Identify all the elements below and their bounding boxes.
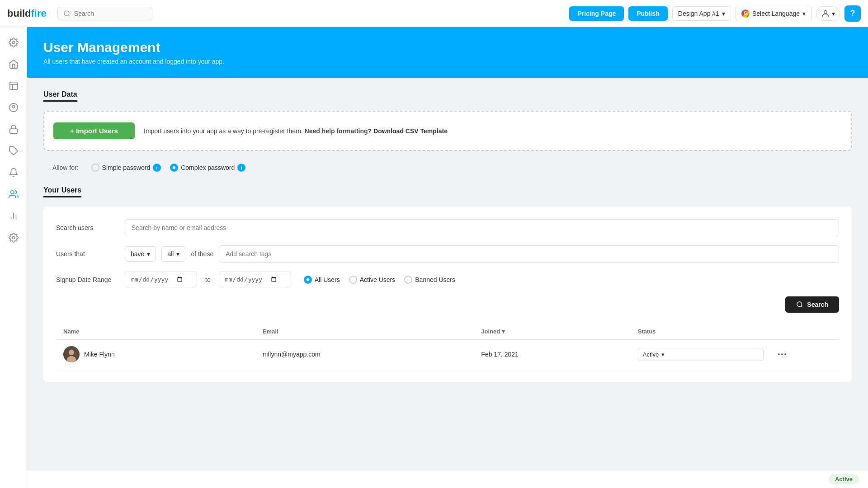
chevron-icon: ›: [21, 236, 23, 240]
user-name: Mike Flynn: [84, 351, 115, 358]
your-users-panel: Search users Users that have ▾ all ▾ of …: [43, 206, 852, 382]
sidebar-item-tags[interactable]: ›: [4, 141, 24, 161]
simple-password-option[interactable]: Simple password i: [91, 164, 161, 172]
help-button[interactable]: ?: [844, 5, 861, 22]
svg-rect-9: [9, 129, 17, 133]
active-users-radio[interactable]: [349, 276, 357, 284]
search-users-input[interactable]: [125, 219, 839, 236]
your-users-section: Your Users Search users Users that have …: [43, 186, 852, 382]
sidebar-item-pages[interactable]: ›: [4, 76, 24, 96]
analytics-icon: [9, 211, 19, 221]
active-users-label: Active Users: [360, 276, 396, 283]
search-box[interactable]: [57, 7, 152, 20]
user-account-button[interactable]: ▾: [816, 6, 840, 21]
select-language-dropdown[interactable]: G Select Language ▾: [736, 6, 811, 21]
date-from-field[interactable]: [131, 276, 184, 283]
banned-users-filter[interactable]: Banned Users: [404, 276, 455, 284]
sidebar-item-security[interactable]: [4, 119, 24, 139]
sidebar-item-home[interactable]: [4, 54, 24, 74]
svg-point-16: [797, 302, 802, 307]
home-icon: [9, 59, 19, 69]
select-language-label: Select Language: [752, 10, 800, 17]
user-filter-group: All Users Active Users Banned Users: [304, 276, 455, 284]
search-icon: [63, 10, 71, 17]
have-value: have: [131, 250, 144, 258]
date-from-input[interactable]: [125, 272, 197, 287]
download-csv-link[interactable]: Download CSV Template: [373, 127, 448, 135]
more-dot-2: [781, 353, 783, 355]
users-that-label: Users that: [56, 250, 119, 258]
user-email: mflynn@myapp.com: [255, 340, 474, 369]
date-to-input[interactable]: [219, 272, 291, 287]
chevron-icon: ›: [21, 171, 23, 175]
svg-point-2: [824, 10, 827, 14]
users-that-row: Users that have ▾ all ▾ of these: [56, 245, 839, 263]
svg-point-11: [10, 191, 14, 194]
search-button[interactable]: Search: [785, 296, 839, 313]
svg-point-7: [9, 103, 17, 112]
pricing-page-button[interactable]: Pricing Page: [569, 6, 624, 21]
content-area: User Data + Import Users Import users in…: [27, 78, 868, 394]
publish-button[interactable]: Publish: [628, 6, 668, 21]
tag-icon: [9, 146, 19, 156]
joined-sort-icon: ▾: [502, 328, 505, 335]
banned-users-label: Banned Users: [415, 276, 455, 283]
sidebar: › › › › › › ›: [0, 27, 27, 488]
chevron-icon: ›: [21, 106, 23, 110]
simple-password-info-icon[interactable]: i: [153, 164, 161, 172]
active-users-filter[interactable]: Active Users: [349, 276, 396, 284]
svg-line-17: [801, 306, 802, 307]
signup-date-row: Signup Date Range to All Users: [56, 272, 839, 287]
user-icon: [821, 9, 830, 18]
import-box: + Import Users Import users into your ap…: [43, 111, 852, 151]
sidebar-item-analytics[interactable]: [4, 206, 24, 226]
more-dot-3: [784, 353, 786, 355]
col-name: Name: [56, 324, 255, 340]
user-name-cell: Mike Flynn: [56, 340, 255, 369]
svg-rect-4: [9, 82, 17, 90]
user-data-section: User Data + Import Users Import users in…: [43, 90, 852, 172]
gear-icon: [9, 38, 19, 47]
complex-password-radio[interactable]: [170, 164, 178, 172]
palette-icon: [9, 103, 19, 113]
design-app-chevron-icon: ▾: [722, 10, 725, 17]
all-users-radio[interactable]: [304, 276, 312, 284]
search-input[interactable]: [74, 10, 146, 17]
user-status-cell: Active ▾: [631, 340, 771, 369]
col-status: Status: [631, 324, 771, 340]
col-joined[interactable]: Joined ▾: [474, 324, 630, 340]
sidebar-item-design[interactable]: ›: [4, 98, 24, 117]
signup-date-label: Signup Date Range: [56, 276, 119, 283]
date-to-field[interactable]: [225, 276, 278, 283]
all-value: all: [167, 250, 174, 258]
sidebar-item-more-settings[interactable]: ›: [4, 228, 24, 248]
have-dropdown[interactable]: have ▾: [125, 246, 156, 262]
user-data-title: User Data: [43, 90, 77, 102]
all-chevron-icon: ▾: [176, 250, 179, 258]
all-dropdown[interactable]: all ▾: [161, 246, 185, 262]
complex-password-info-icon[interactable]: i: [237, 164, 245, 172]
user-status-dropdown[interactable]: Active ▾: [638, 348, 764, 361]
chevron-icon: ›: [21, 149, 23, 153]
logo-build: build: [7, 8, 31, 19]
complex-password-option[interactable]: Complex password i: [170, 164, 245, 172]
search-tags-input[interactable]: [219, 245, 839, 263]
logo[interactable]: buildfire: [7, 8, 47, 19]
simple-password-radio[interactable]: [91, 164, 99, 172]
users-icon: [9, 189, 19, 199]
table-body: Mike Flynn mflynn@myapp.com Feb 17, 2021…: [56, 340, 839, 369]
your-users-title: Your Users: [43, 186, 81, 197]
sidebar-item-users[interactable]: ›: [4, 184, 24, 204]
more-options-button[interactable]: [778, 353, 832, 355]
design-app-dropdown[interactable]: Design App #1 ▾: [672, 6, 731, 21]
sidebar-item-notifications[interactable]: ›: [4, 163, 24, 183]
avatar: [63, 346, 80, 362]
all-users-filter[interactable]: All Users: [304, 276, 340, 284]
import-users-button[interactable]: + Import Users: [53, 122, 135, 139]
svg-point-0: [64, 11, 69, 16]
status-badge: Active: [829, 474, 859, 484]
of-these-label: of these: [191, 250, 213, 258]
sidebar-item-settings[interactable]: ›: [4, 33, 24, 52]
user-actions-cell: [771, 340, 839, 369]
banned-users-radio[interactable]: [404, 276, 412, 284]
